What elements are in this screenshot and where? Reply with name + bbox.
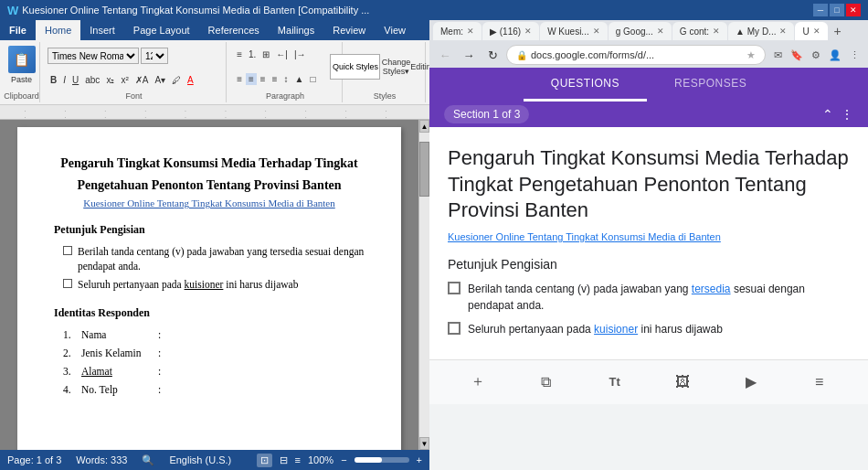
forms-checkbox-2[interactable]	[448, 322, 460, 335]
tab-home[interactable]: Home	[36, 20, 80, 40]
survey-link[interactable]: Kuesioner Online Tentang Tingkat Konsums…	[448, 231, 850, 242]
tab-page-layout[interactable]: Page Layout	[124, 20, 199, 40]
forward-button[interactable]: →	[459, 45, 479, 65]
bullets-button[interactable]: ≡	[234, 48, 245, 60]
strikethrough-button[interactable]: abc	[82, 74, 102, 86]
scrollbar-track[interactable]	[419, 133, 429, 437]
browser-tab-2[interactable]: W Kuesi... ✕	[540, 22, 608, 40]
import-questions-button[interactable]: ⧉	[532, 368, 561, 397]
extensions-icon[interactable]: ⚙	[808, 47, 824, 63]
checkbox-2	[63, 279, 72, 288]
menu-icon[interactable]: ⋮	[846, 47, 863, 63]
bookmark-icon[interactable]: 🔖	[789, 47, 805, 63]
tab-file[interactable]: File	[0, 20, 36, 40]
forms-check-item-1: Berilah tanda centang (v) pada jawaban y…	[448, 281, 850, 314]
zoom-in-button[interactable]: +	[417, 454, 422, 465]
quick-styles-button[interactable]: Quick Styles	[330, 54, 380, 80]
italic-button[interactable]: I	[60, 74, 69, 86]
tab-close-3[interactable]: ✕	[657, 27, 664, 36]
clear-format-button[interactable]: ✗A	[132, 74, 152, 86]
scrollbar-thumb[interactable]	[419, 142, 429, 197]
font-size-select[interactable]: 12	[141, 48, 168, 64]
font-family-select[interactable]: Times New Roman	[48, 48, 139, 64]
tab-close-4[interactable]: ✕	[713, 27, 720, 36]
new-tab-button[interactable]: +	[829, 22, 847, 40]
identitas-alamat: 3. Alamat :	[63, 366, 365, 377]
change-styles-button[interactable]: Change Styles▾	[382, 54, 409, 80]
tab-close-5[interactable]: ✕	[779, 27, 787, 36]
browser-tab-5[interactable]: ▲ My D... ✕	[728, 22, 794, 40]
add-title-button[interactable]: Tt	[600, 368, 630, 397]
align-right-button[interactable]: ≡	[258, 73, 269, 85]
tab-close-6[interactable]: ✕	[813, 27, 820, 36]
browser-chrome: Mem: ✕ ▶ (116) ✕ W Kuesi... ✕ g Goog... …	[429, 20, 868, 42]
forms-tabs: QUESTIONS RESPONSES	[429, 68, 868, 101]
petunjuk-title: Petunjuk Pengisian	[54, 223, 365, 237]
tab-close-1[interactable]: ✕	[524, 27, 532, 36]
reload-button[interactable]: ↻	[482, 45, 503, 65]
add-image-button[interactable]: 🖼	[668, 368, 697, 397]
mail-icon[interactable]: ✉	[769, 47, 786, 63]
minimize-button[interactable]: ─	[813, 4, 828, 16]
highlight-button[interactable]: 🖊	[169, 74, 184, 86]
styles-controls: Quick Styles Change Styles▾ Editing▾	[330, 44, 439, 90]
petunjuk-item-2: Seluruh pertanyaan pada kuisioner ini ha…	[63, 277, 365, 292]
borders-button[interactable]: □	[307, 73, 318, 85]
petunjuk-text-1: Berilah tanda centang (v) pada jawaban y…	[78, 244, 365, 273]
scroll-up-button[interactable]: ▲	[419, 120, 429, 133]
align-left-button[interactable]: ≡	[234, 73, 245, 85]
underline-button[interactable]: U	[69, 74, 81, 86]
scroll-down-button[interactable]: ▼	[419, 437, 429, 450]
more-options-icon[interactable]: ⋮	[841, 107, 853, 122]
add-section-button[interactable]: ≡	[805, 368, 834, 397]
maximize-button[interactable]: □	[830, 4, 844, 16]
zoom-out-button[interactable]: −	[341, 454, 346, 465]
view-mode-web[interactable]: ⊟	[280, 454, 288, 466]
browser-tab-6[interactable]: U ✕	[795, 22, 827, 40]
tab-review[interactable]: Review	[323, 20, 375, 40]
tab-responses[interactable]: RESPONSES	[647, 68, 774, 101]
decrease-indent-button[interactable]: ←|	[273, 48, 291, 60]
paste-button[interactable]: 📋 Paste	[5, 44, 39, 86]
tab-view[interactable]: View	[375, 20, 415, 40]
back-button[interactable]: ←	[435, 45, 455, 65]
browser-tab-3[interactable]: g Goog... ✕	[609, 22, 672, 40]
browser-tab-1[interactable]: ▶ (116) ✕	[482, 22, 539, 40]
line-spacing-button[interactable]: ↕	[281, 73, 291, 85]
close-button[interactable]: ✕	[846, 4, 861, 16]
subscript-button[interactable]: x₂	[103, 74, 117, 86]
align-center-button[interactable]: ≡	[246, 73, 257, 85]
add-video-button[interactable]: ▶	[736, 368, 766, 397]
tab-close-0[interactable]: ✕	[467, 27, 474, 36]
paragraph-group: ≡ 1. ⊞ ←| |→ ≡ ≡ ≡ ≡ ↕ ▲	[228, 42, 343, 102]
justify-button[interactable]: ≡	[270, 73, 281, 85]
forms-checkbox-1[interactable]	[448, 282, 460, 294]
tab-mailings[interactable]: Mailings	[269, 20, 323, 40]
petunjuk-text-2: Seluruh pertanyaan pada kuisioner ini ha…	[78, 277, 298, 292]
view-mode-print[interactable]: ⊡	[257, 454, 272, 467]
zoom-slider[interactable]	[355, 457, 409, 463]
font-color-button[interactable]: A	[185, 74, 196, 86]
multilevel-list-button[interactable]: ⊞	[259, 48, 272, 60]
browser-panel: Mem: ✕ ▶ (116) ✕ W Kuesi... ✕ g Goog... …	[429, 20, 868, 470]
tab-references[interactable]: References	[199, 20, 269, 40]
view-mode-draft[interactable]: ≡	[295, 454, 301, 465]
add-question-button[interactable]: ＋	[463, 368, 492, 397]
browser-tab-0[interactable]: Mem: ✕	[433, 22, 482, 40]
text-effects-button[interactable]: A▾	[152, 74, 168, 86]
numbering-button[interactable]: 1.	[246, 48, 259, 60]
font-controls: Times New Roman 12 B I U abc x₂	[48, 44, 220, 90]
increase-indent-button[interactable]: |→	[291, 48, 309, 60]
collapse-icon[interactable]: ⌃	[822, 107, 833, 122]
browser-tab-4[interactable]: G cont: ✕	[672, 22, 727, 40]
superscript-button[interactable]: x²	[118, 74, 131, 86]
tab-close-2[interactable]: ✕	[593, 27, 600, 36]
shading-button[interactable]: ▲	[292, 73, 307, 85]
main-container: File Home Insert Page Layout References …	[0, 20, 868, 470]
tab-questions[interactable]: QUESTIONS	[524, 68, 647, 101]
bold-button[interactable]: B	[48, 74, 59, 86]
address-bar[interactable]: 🔒 docs.google.com/forms/d/... ★	[506, 45, 766, 65]
profile-icon[interactable]: 👤	[827, 47, 843, 63]
tab-insert[interactable]: Insert	[80, 20, 124, 40]
word-panel: File Home Insert Page Layout References …	[0, 20, 429, 470]
